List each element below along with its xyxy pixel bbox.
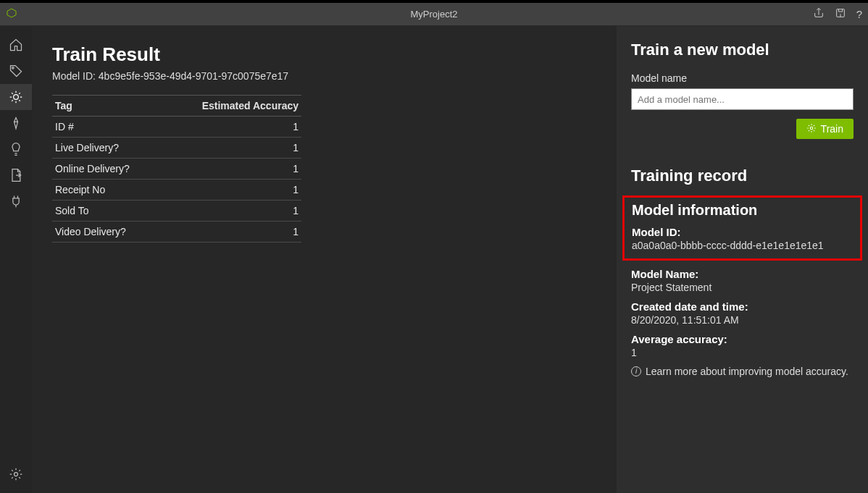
info-icon: i [631,366,641,376]
titlebar: MyProject2 ? [0,3,868,26]
train-button[interactable]: Train [796,119,854,139]
table-row: Receipt No1 [52,180,301,201]
sidebar-item-document[interactable] [0,162,32,188]
model-name-input[interactable] [631,88,854,110]
main-content: Train Result Model ID: 4bc9e5fe-953e-49d… [32,26,617,493]
left-sidebar [0,26,32,493]
table-row: Online Delivery?1 [52,159,301,180]
learn-more-link[interactable]: i Learn more about improving model accur… [631,366,854,377]
model-id-value: 4bc9e5fe-953e-49d4-9701-97c0075e7e17 [99,70,288,82]
model-id-line: Model ID: 4bc9e5fe-953e-49d4-9701-97c007… [52,70,596,82]
train-heading: Train a new model [631,41,854,59]
col-tag: Tag [52,96,162,117]
svg-point-2 [14,95,19,100]
gear-icon [806,123,817,135]
right-panel: Train a new model Model name Train Train… [617,26,868,493]
page-title: Train Result [52,43,596,66]
training-record-heading: Training record [631,167,854,185]
right-avgacc-value: 1 [631,347,854,358]
sidebar-item-home[interactable] [0,32,32,58]
table-row: Live Delivery?1 [52,138,301,159]
model-id-label: Model ID: [52,70,96,82]
right-created-value: 8/20/2020, 11:51:01 AM [631,314,854,326]
save-icon[interactable] [835,7,846,21]
model-info-heading: Model information [632,202,853,219]
svg-point-3 [14,473,18,476]
app-logo-icon [6,7,17,21]
col-accuracy: Estimated Accuracy [162,96,301,117]
right-model-name-value: Project Statement [631,282,854,293]
sidebar-item-train[interactable] [0,84,32,110]
result-table: Tag Estimated Accuracy ID #1 Live Delive… [52,95,301,243]
share-icon[interactable] [813,7,825,21]
table-row: ID #1 [52,117,301,138]
right-model-id-value: a0a0a0a0-bbbb-cccc-dddd-e1e1e1e1e1e1 [632,240,853,251]
right-created-label: Created date and time: [631,300,854,313]
svg-point-1 [12,67,14,69]
right-model-name-label: Model Name: [631,268,854,280]
sidebar-item-settings[interactable] [0,461,32,487]
table-row: Video Delivery?1 [52,222,301,243]
learn-more-text: Learn more about improving model accurac… [646,366,848,377]
table-row: Sold To1 [52,201,301,222]
sidebar-item-analyze[interactable] [0,136,32,162]
model-info-highlight: Model information Model ID: a0a0a0a0-bbb… [622,195,862,261]
help-icon[interactable]: ? [856,8,862,20]
model-name-label: Model name [631,72,854,84]
sidebar-item-compose[interactable] [0,110,32,136]
right-model-id-label: Model ID: [632,226,853,238]
right-avgacc-label: Average accuracy: [631,333,854,345]
window-title: MyProject2 [410,9,457,20]
sidebar-item-tags[interactable] [0,58,32,84]
train-button-label: Train [821,123,843,135]
sidebar-item-connect[interactable] [0,188,32,214]
svg-point-4 [810,127,813,130]
